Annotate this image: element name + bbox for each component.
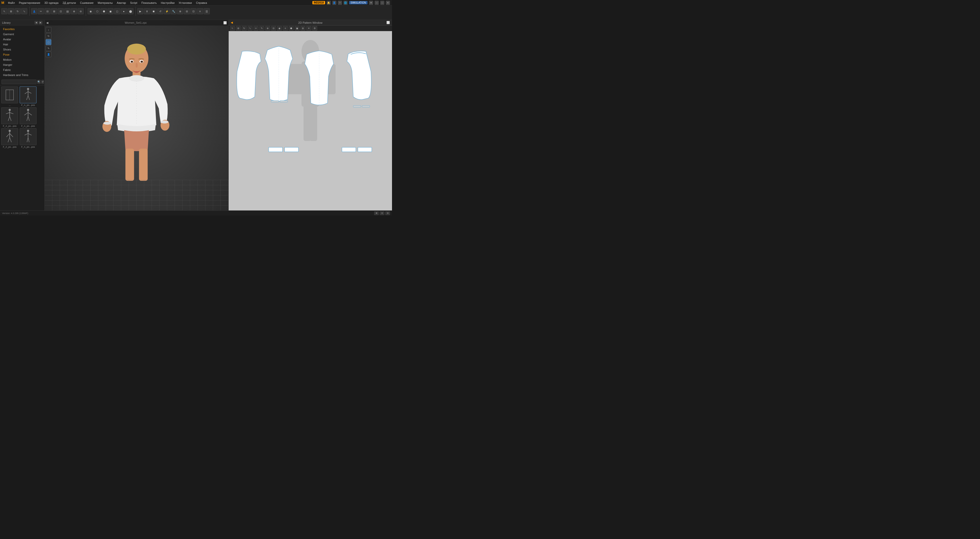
lib-more-btn[interactable]: ▶	[39, 21, 42, 24]
garment-btn1[interactable]: 👗	[31, 8, 37, 14]
nav-favorites[interactable]: Favorites	[0, 27, 45, 32]
pattern-piece-hem4[interactable]	[358, 147, 372, 152]
viewport-3d[interactable]: ◀ Women_Set1.zpc ⬜ ↕ ↻ ◻ ✎ 👤	[45, 20, 229, 210]
garment-btn5[interactable]: ⊡	[58, 8, 64, 14]
statusbar-btn3[interactable]: ⊟	[385, 211, 390, 215]
sim-btn8[interactable]: ⊟	[184, 8, 190, 14]
menu-2d[interactable]: 2Д детали	[61, 1, 78, 5]
view-btn3[interactable]: ⬢	[101, 8, 107, 14]
sim-badge[interactable]: SIMULATION	[349, 1, 368, 4]
bell-icon[interactable]: 🔔	[327, 1, 331, 5]
menu-edit[interactable]: Редактирование	[17, 1, 42, 5]
thumb-item-garment[interactable]: ...	[1, 86, 18, 107]
help-icon[interactable]: ?	[338, 1, 342, 5]
nav-motion[interactable]: Motion	[0, 57, 45, 62]
sim-btn4[interactable]: ↺	[157, 8, 163, 14]
sim-btn5[interactable]: ⚡	[164, 8, 170, 14]
thumb-item-pose4[interactable]: F_A_po...pos	[1, 128, 18, 148]
pt-btn11[interactable]: ⬢	[289, 26, 294, 30]
vp-expand-btn[interactable]: ⬜	[223, 21, 227, 24]
garment-btn7[interactable]: ⊕	[71, 8, 77, 14]
minimize-btn[interactable]: ─	[375, 1, 379, 5]
pt-btn15[interactable]: ⚙	[312, 26, 317, 30]
pattern-piece-hem2[interactable]	[285, 147, 298, 152]
pt-btn10[interactable]: ≡	[283, 26, 288, 30]
view-btn1[interactable]: ◉	[88, 8, 94, 14]
menu-show[interactable]: Показывать	[140, 1, 159, 5]
rotate-tool[interactable]: ↻	[14, 8, 21, 14]
menu-install[interactable]: Установки	[177, 1, 194, 5]
pt-btn1[interactable]: ↖	[230, 26, 235, 30]
sim-btn10[interactable]: ≡	[197, 8, 203, 14]
nav-avatar[interactable]: Avatar	[0, 37, 45, 42]
scale-tool[interactable]: ⤡	[21, 8, 27, 14]
pattern-piece-hem3[interactable]	[342, 147, 356, 152]
maximize-btn[interactable]: □	[380, 1, 384, 5]
pt-btn5[interactable]: ✂	[253, 26, 259, 30]
thumb-item-pose2[interactable]: F_A_po...pos	[1, 107, 18, 127]
nav-hair[interactable]: Hair	[0, 42, 45, 47]
sim-btn3[interactable]: ⏹	[151, 8, 157, 14]
nav-shoes[interactable]: Shoes	[0, 47, 45, 52]
pt-btn6[interactable]: ✎	[259, 26, 264, 30]
vp-tool-move[interactable]: ↕	[46, 27, 51, 33]
menu-script[interactable]: Script	[128, 1, 139, 5]
view-btn6[interactable]: ●	[121, 8, 127, 14]
menu-settings[interactable]: Настройки	[159, 1, 177, 5]
view-btn2[interactable]: ⬡	[94, 8, 100, 14]
pattern-expand-btn[interactable]: ⬜	[387, 21, 390, 24]
pattern-canvas[interactable]	[229, 31, 392, 210]
vp-tool-avatar[interactable]: 👤	[46, 51, 51, 57]
vp-tool-rotate[interactable]: ↻	[46, 33, 51, 39]
pt-btn12[interactable]: ▣	[294, 26, 300, 30]
pt-btn4[interactable]: ⤡	[248, 26, 253, 30]
thumb-item-pose5[interactable]: F_A_po...pos	[19, 128, 37, 148]
thumb-item-pose1[interactable]: F_A_po...pos	[19, 86, 37, 107]
sim-btn7[interactable]: ⊕	[177, 8, 183, 14]
sim-btn6[interactable]: 🔧	[170, 8, 177, 14]
garment-btn8[interactable]: ⊖	[78, 8, 84, 14]
dropdown-icon[interactable]: ▼	[369, 1, 373, 5]
search-input[interactable]	[2, 79, 37, 84]
nav-hanger[interactable]: Hanger	[0, 62, 45, 67]
sim-btn11[interactable]: |||	[204, 8, 210, 14]
view-btn5[interactable]: ◻	[114, 8, 120, 14]
menu-3d[interactable]: 3D одежда	[43, 1, 60, 5]
refresh-btn[interactable]: ↺	[41, 80, 44, 84]
nav-garment[interactable]: Garment	[0, 32, 45, 37]
menu-avatar[interactable]: Аватар	[115, 1, 128, 5]
garment-btn6[interactable]: ▤	[64, 8, 70, 14]
sim-btn2[interactable]: ⏸	[144, 8, 150, 14]
search-btn[interactable]: 🔍	[37, 80, 41, 84]
lib-expand-btn[interactable]: ◀	[35, 21, 38, 24]
menu-sewing[interactable]: Сшивание	[78, 1, 95, 5]
pattern-piece-hem1[interactable]	[269, 147, 283, 152]
sim-btn1[interactable]: ▶	[137, 8, 143, 14]
vp-tool-select[interactable]: ◻	[46, 39, 51, 45]
vp-tool-paint[interactable]: ✎	[46, 45, 51, 51]
statusbar-btn1[interactable]: ⊞	[374, 211, 379, 215]
pt-btn8[interactable]: ⊟	[271, 26, 276, 30]
menu-file[interactable]: Файл	[6, 1, 17, 5]
garment-btn4[interactable]: ⊞	[51, 8, 57, 14]
menu-help[interactable]: Справка	[194, 1, 209, 5]
close-btn[interactable]: ✕	[386, 1, 390, 5]
user-icon[interactable]: 👤	[332, 1, 336, 5]
pt-btn3[interactable]: ↻	[242, 26, 247, 30]
statusbar-btn2[interactable]: ⊡	[380, 211, 384, 215]
select-tool[interactable]: ↖	[1, 8, 7, 14]
pt-btn13[interactable]: ⊞	[301, 26, 305, 30]
pt-btn2[interactable]: ⊞	[236, 26, 241, 30]
sim-btn9[interactable]: ⊡	[190, 8, 197, 14]
nav-hardware[interactable]: Hardware and Trims	[0, 72, 45, 78]
pt-btn7[interactable]: ⊕	[265, 26, 270, 30]
transform-tool[interactable]: ⊞	[8, 8, 14, 14]
garment-btn3[interactable]: ⊟	[45, 8, 51, 14]
nav-fabric[interactable]: Fabric	[0, 67, 45, 72]
thumb-item-pose3[interactable]: F_A_po...pos	[19, 107, 37, 127]
view-btn4[interactable]: ◼	[107, 8, 114, 14]
vp-arrow-btn[interactable]: ◀	[46, 21, 48, 24]
nav-pose[interactable]: Pose	[0, 52, 45, 57]
view-btn7[interactable]: ⬤	[127, 8, 134, 14]
community-icon[interactable]: 🌐	[344, 1, 348, 5]
